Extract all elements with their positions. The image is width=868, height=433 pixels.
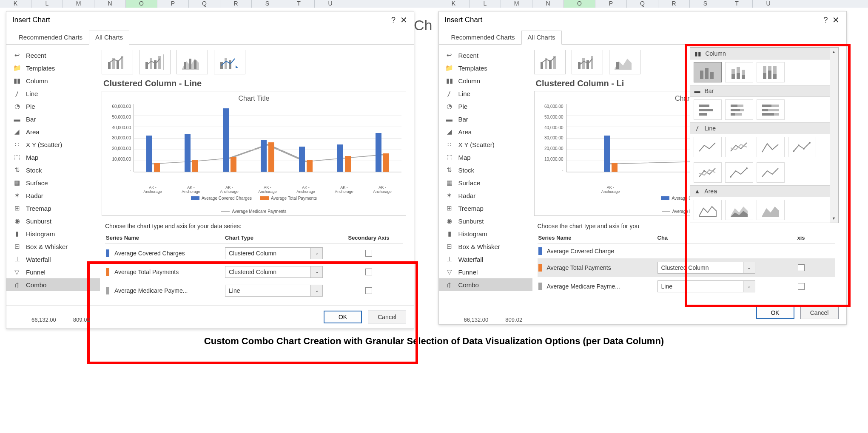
dropdown-scrollbar[interactable]: ▲ ▼ bbox=[830, 48, 838, 223]
type-item-combo[interactable]: ⫛Combo bbox=[439, 278, 532, 291]
tab-recommended[interactable]: Recommended Charts bbox=[445, 31, 521, 45]
dd-cat-area: ▲Area bbox=[690, 185, 838, 197]
tab-all-charts[interactable]: All Charts bbox=[521, 31, 562, 45]
background-spreadsheet-row: 66,132.00809.02 bbox=[31, 317, 90, 323]
dd-opt-line-4[interactable] bbox=[788, 137, 816, 157]
chevron-down-icon[interactable]: ⌄ bbox=[310, 248, 322, 259]
type-item-histogram[interactable]: ▮Histogram bbox=[439, 227, 532, 240]
type-item-label: Map bbox=[458, 154, 471, 161]
type-item-x-y-scatter-[interactable]: ∷X Y (Scatter) bbox=[439, 138, 532, 151]
type-item-histogram[interactable]: ▮Histogram bbox=[6, 227, 100, 240]
type-item-label: Histogram bbox=[26, 230, 55, 238]
type-item-line[interactable]: 〳Line bbox=[439, 87, 532, 100]
dd-opt-line-3[interactable] bbox=[757, 137, 785, 157]
dd-opt-line-1[interactable] bbox=[694, 137, 722, 157]
tab-recommended[interactable]: Recommended Charts bbox=[12, 31, 89, 45]
dd-opt-line-6[interactable] bbox=[725, 162, 753, 183]
type-item-map[interactable]: ⬚Map bbox=[6, 151, 100, 164]
dd-opt-stacked-bar[interactable] bbox=[725, 99, 753, 120]
svg-point-70 bbox=[730, 176, 731, 178]
svg-rect-53 bbox=[737, 105, 743, 107]
help-button[interactable]: ? bbox=[821, 16, 831, 25]
type-item-x-y-scatter-[interactable]: ∷X Y (Scatter) bbox=[6, 138, 100, 151]
dd-opt-clustered-column[interactable] bbox=[694, 62, 722, 82]
combo-subtype-3[interactable] bbox=[609, 50, 640, 74]
type-item-map[interactable]: ⬚Map bbox=[439, 151, 532, 164]
chart-type-dropdown[interactable]: ▮▮Column ▬Bar bbox=[690, 47, 839, 223]
type-item-pie[interactable]: ◔Pie bbox=[439, 100, 532, 113]
type-item-area[interactable]: ◢Area bbox=[6, 125, 100, 138]
type-item-treemap[interactable]: ⊞Treemap bbox=[439, 202, 532, 215]
svg-rect-61 bbox=[762, 109, 768, 111]
dd-opt-clustered-bar[interactable] bbox=[694, 99, 722, 120]
type-item-sunburst[interactable]: ◉Sunburst bbox=[439, 215, 532, 227]
secondary-axis-checkbox[interactable] bbox=[365, 250, 372, 257]
stock-icon: ⇅ bbox=[12, 166, 22, 174]
dd-opt-line-2[interactable] bbox=[725, 137, 753, 157]
dd-opt-area-3[interactable] bbox=[757, 200, 785, 220]
dd-opt-stacked-column[interactable] bbox=[725, 62, 753, 82]
type-item-radar[interactable]: ✶Radar bbox=[6, 189, 100, 202]
help-button[interactable]: ? bbox=[388, 16, 398, 25]
dd-opt-line-7[interactable] bbox=[757, 162, 785, 183]
behind-chart-text: Ch bbox=[414, 17, 432, 34]
type-item-funnel[interactable]: ▽Funnel bbox=[6, 266, 100, 278]
type-item-waterfall[interactable]: ⊥Waterfall bbox=[6, 253, 100, 266]
type-item-stock[interactable]: ⇅Stock bbox=[439, 164, 532, 176]
type-item-recent[interactable]: ↩Recent bbox=[439, 49, 532, 62]
combo-subtype-1[interactable] bbox=[534, 50, 566, 74]
cancel-button[interactable]: Cancel bbox=[800, 306, 839, 319]
type-item-templates[interactable]: 📁Templates bbox=[439, 62, 532, 74]
type-item-recent[interactable]: ↩Recent bbox=[6, 49, 100, 62]
ok-button[interactable]: OK bbox=[756, 306, 794, 319]
funnel-icon: ▽ bbox=[445, 268, 454, 276]
svg-rect-5 bbox=[150, 58, 152, 69]
waterfall-icon: ⊥ bbox=[12, 255, 22, 263]
series-color-chip bbox=[538, 283, 542, 290]
close-button[interactable]: ✕ bbox=[831, 15, 841, 25]
dd-opt-area-1[interactable] bbox=[694, 200, 722, 220]
type-item-surface[interactable]: ▦Surface bbox=[6, 176, 100, 189]
series-row[interactable]: Average Covered ChargesClustered Column⌄ bbox=[105, 244, 403, 263]
type-item-radar[interactable]: ✶Radar bbox=[439, 189, 532, 202]
close-button[interactable]: ✕ bbox=[398, 15, 409, 25]
type-item-label: Column bbox=[458, 77, 481, 85]
dd-opt-100-stacked-column[interactable] bbox=[757, 62, 785, 82]
combo-subtype-2[interactable] bbox=[572, 50, 603, 74]
type-item-line[interactable]: 〳Line bbox=[6, 87, 100, 100]
tab-all-charts[interactable]: All Charts bbox=[89, 31, 129, 45]
type-item-pie[interactable]: ◔Pie bbox=[6, 100, 100, 113]
treemap-icon: ⊞ bbox=[445, 204, 454, 212]
combo-subtype-1[interactable] bbox=[102, 50, 133, 74]
type-item-box-whisker[interactable]: ⊟Box & Whisker bbox=[6, 240, 100, 253]
type-item-combo[interactable]: ⫛Combo bbox=[6, 278, 100, 291]
type-item-waterfall[interactable]: ⊥Waterfall bbox=[439, 253, 532, 266]
type-item-column[interactable]: ▮▮Column bbox=[439, 74, 532, 87]
dd-opt-line-5[interactable] bbox=[694, 162, 722, 183]
surface-icon: ▦ bbox=[12, 179, 22, 187]
combo-subtype-3[interactable] bbox=[176, 50, 208, 74]
type-item-templates[interactable]: 📁Templates bbox=[6, 62, 100, 74]
type-item-sunburst[interactable]: ◉Sunburst bbox=[6, 215, 100, 227]
combo-subtype-2[interactable] bbox=[139, 50, 171, 74]
type-item-surface[interactable]: ▦Surface bbox=[439, 176, 532, 189]
type-item-box-whisker[interactable]: ⊟Box & Whisker bbox=[439, 240, 532, 253]
type-item-treemap[interactable]: ⊞Treemap bbox=[6, 202, 100, 215]
type-item-funnel[interactable]: ▽Funnel bbox=[439, 266, 532, 278]
type-item-bar[interactable]: ▬Bar bbox=[6, 113, 100, 125]
dd-opt-100-stacked-bar[interactable] bbox=[757, 99, 785, 120]
type-item-bar[interactable]: ▬Bar bbox=[439, 113, 532, 125]
right-pane: Clustered Column - Line Chart T 60,000.0… bbox=[532, 45, 846, 301]
scroll-down-icon[interactable]: ▼ bbox=[830, 214, 838, 223]
type-item-column[interactable]: ▮▮Column bbox=[6, 74, 100, 87]
chart-type-select[interactable]: Clustered Column⌄ bbox=[225, 247, 323, 259]
series-instruction: Choose the chart type and axis for your … bbox=[105, 223, 403, 229]
dd-opt-area-2[interactable] bbox=[725, 200, 753, 220]
type-item-area[interactable]: ◢Area bbox=[439, 125, 532, 138]
combo-subtype-4[interactable] bbox=[214, 50, 245, 74]
type-item-stock[interactable]: ⇅Stock bbox=[6, 164, 100, 176]
type-item-label: Recent bbox=[458, 52, 479, 59]
y-axis: 60,000.0050,000.0040,000.0030,000.0020,0… bbox=[539, 104, 566, 172]
scroll-up-icon[interactable]: ▲ bbox=[830, 48, 838, 56]
col-series-name: Series Name bbox=[538, 235, 657, 241]
